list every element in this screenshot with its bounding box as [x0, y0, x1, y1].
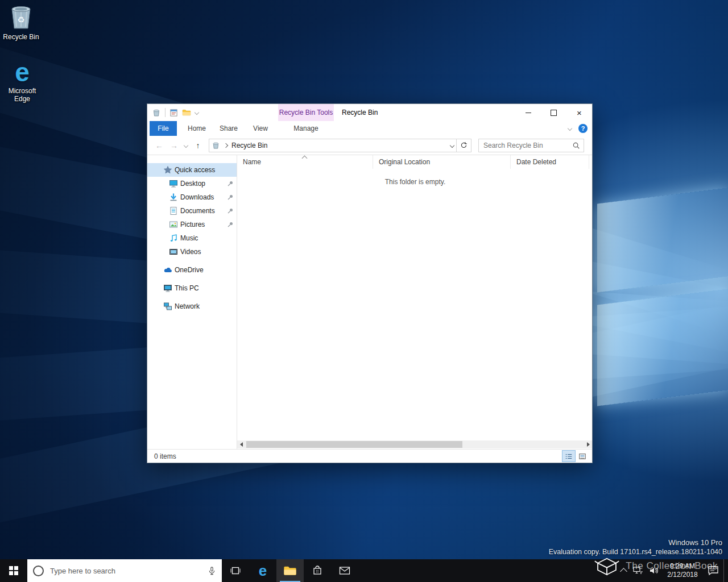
- large-icons-view-button[interactable]: [576, 451, 589, 462]
- taskbar-search-input[interactable]: [49, 566, 202, 576]
- show-hidden-icons-button[interactable]: [617, 559, 630, 582]
- taskbar-mail-button[interactable]: [331, 559, 358, 582]
- sidebar-item-music[interactable]: Music: [147, 231, 237, 245]
- qat-new-folder-icon[interactable]: [182, 109, 191, 117]
- details-view-button[interactable]: [562, 451, 575, 462]
- watermark-build: Evaluation copy. Build 17101.rs4_release…: [549, 548, 722, 556]
- pin-icon: [227, 221, 234, 228]
- empty-folder-message: This folder is empty.: [358, 178, 472, 186]
- pin-icon: [227, 180, 234, 187]
- sidebar-item-quick-access[interactable]: Quick access: [147, 163, 237, 177]
- sidebar-item-onedrive[interactable]: OneDrive: [147, 263, 237, 277]
- clock-date: 2/12/2018: [667, 571, 697, 579]
- taskbar-store-button[interactable]: [304, 559, 331, 582]
- window-system-recycle-bin-icon[interactable]: [152, 108, 161, 117]
- breadcrumb-location[interactable]: Recycle Bin: [231, 142, 267, 149]
- close-button[interactable]: ×: [566, 104, 592, 121]
- sidebar-item-downloads[interactable]: Downloads: [147, 190, 237, 204]
- action-center-button[interactable]: [703, 559, 723, 582]
- maximize-button[interactable]: [541, 104, 566, 121]
- search-icon[interactable]: [572, 142, 580, 149]
- explorer-window: Recycle Bin Tools Recycle Bin × File Hom…: [147, 103, 593, 463]
- pin-icon: [227, 194, 234, 201]
- column-header-name[interactable]: Name: [237, 155, 373, 169]
- show-desktop-button[interactable]: [723, 559, 728, 582]
- expand-ribbon-chevron-icon[interactable]: [568, 126, 572, 131]
- column-header-row: Name Original Location Date Deleted: [237, 155, 592, 169]
- qat-properties-icon[interactable]: [169, 109, 178, 117]
- tab-file[interactable]: File: [150, 121, 177, 136]
- taskbar-clock[interactable]: 9:29 AM 2/12/2018: [662, 559, 703, 582]
- search-input[interactable]: [482, 141, 572, 150]
- horizontal-scrollbar[interactable]: [237, 440, 592, 448]
- recycle-bin-tools-tab[interactable]: Recycle Bin Tools: [278, 104, 334, 121]
- caption-buttons: ×: [515, 104, 592, 121]
- sidebar-item-pictures[interactable]: Pictures: [147, 218, 237, 231]
- pictures-folder-icon: [169, 220, 178, 229]
- sidebar-item-label: Pictures: [180, 221, 205, 228]
- microphone-icon[interactable]: [208, 566, 216, 575]
- breadcrumb-chevron-icon[interactable]: [224, 143, 228, 147]
- address-dropdown-icon[interactable]: [450, 143, 454, 147]
- back-button[interactable]: ←: [152, 139, 167, 152]
- up-button[interactable]: ↑: [191, 139, 205, 152]
- toolbar-separator: [165, 108, 166, 117]
- column-header-label: Date Deleted: [516, 158, 556, 166]
- tab-home[interactable]: Home: [183, 121, 211, 136]
- address-bar-row: ← → ↑ Recycle Bin: [147, 136, 592, 155]
- task-view-icon: [230, 565, 241, 576]
- desktop-icon-recycle-bin[interactable]: ♻ Recycle Bin: [1, 3, 41, 41]
- scroll-left-icon: [240, 442, 243, 447]
- network-icon: [163, 302, 172, 311]
- edge-icon: e: [259, 563, 267, 578]
- sidebar-item-this-pc[interactable]: This PC: [147, 281, 237, 295]
- onedrive-cloud-icon: [163, 265, 172, 275]
- start-button[interactable]: [0, 559, 27, 582]
- window-body: Quick access Desktop: [147, 155, 592, 449]
- recent-locations-button[interactable]: [181, 139, 191, 152]
- file-list-pane[interactable]: Name Original Location Date Deleted This…: [237, 155, 592, 449]
- desktop-icon-microsoft-edge[interactable]: e Microsoft Edge: [2, 58, 42, 103]
- taskbar-edge-button[interactable]: e: [249, 559, 276, 582]
- star-icon: [163, 165, 172, 174]
- scroll-left-button[interactable]: [237, 440, 245, 448]
- sidebar-item-label: Downloads: [180, 193, 214, 201]
- minimize-button[interactable]: [515, 104, 541, 121]
- videos-folder-icon: [169, 247, 178, 256]
- store-icon: [312, 565, 323, 576]
- column-header-original-location[interactable]: Original Location: [373, 155, 511, 169]
- sidebar-item-network[interactable]: Network: [147, 300, 237, 313]
- forward-button[interactable]: →: [167, 139, 181, 152]
- music-folder-icon: [169, 234, 178, 243]
- refresh-button[interactable]: [457, 139, 471, 152]
- address-bar[interactable]: Recycle Bin: [209, 139, 457, 152]
- qat-customize-chevron-icon[interactable]: [195, 110, 199, 115]
- sidebar-item-desktop[interactable]: Desktop: [147, 177, 237, 190]
- mail-icon: [339, 566, 350, 575]
- scrollbar-thumb[interactable]: [246, 441, 462, 448]
- taskbar: e: [0, 559, 728, 582]
- system-tray: 9:29 AM 2/12/2018: [617, 559, 728, 582]
- item-count: 0 items: [154, 452, 176, 460]
- help-icon[interactable]: ?: [578, 124, 588, 133]
- desktop-folder-icon: [169, 179, 178, 188]
- tab-manage[interactable]: Manage: [278, 121, 334, 136]
- title-bar[interactable]: Recycle Bin Tools Recycle Bin ×: [147, 104, 592, 121]
- scroll-right-button[interactable]: [584, 440, 592, 448]
- speaker-icon: [649, 566, 659, 575]
- sidebar-item-documents[interactable]: Documents: [147, 204, 237, 218]
- tab-view[interactable]: View: [246, 121, 275, 136]
- sidebar-item-videos[interactable]: Videos: [147, 245, 237, 259]
- sidebar-item-label: Network: [175, 302, 200, 310]
- downloads-folder-icon: [169, 193, 178, 202]
- network-tray-button[interactable]: [630, 559, 646, 582]
- volume-tray-button[interactable]: [646, 559, 662, 582]
- tab-share[interactable]: Share: [214, 121, 243, 136]
- column-header-date-deleted[interactable]: Date Deleted: [511, 155, 589, 169]
- column-header-label: Original Location: [379, 158, 430, 166]
- desktop-icon-label: Microsoft Edge: [2, 88, 42, 103]
- taskbar-file-explorer-button[interactable]: [276, 559, 304, 582]
- navigation-pane: Quick access Desktop: [147, 155, 237, 449]
- clock-time: 9:29 AM: [667, 562, 697, 571]
- task-view-button[interactable]: [222, 559, 249, 582]
